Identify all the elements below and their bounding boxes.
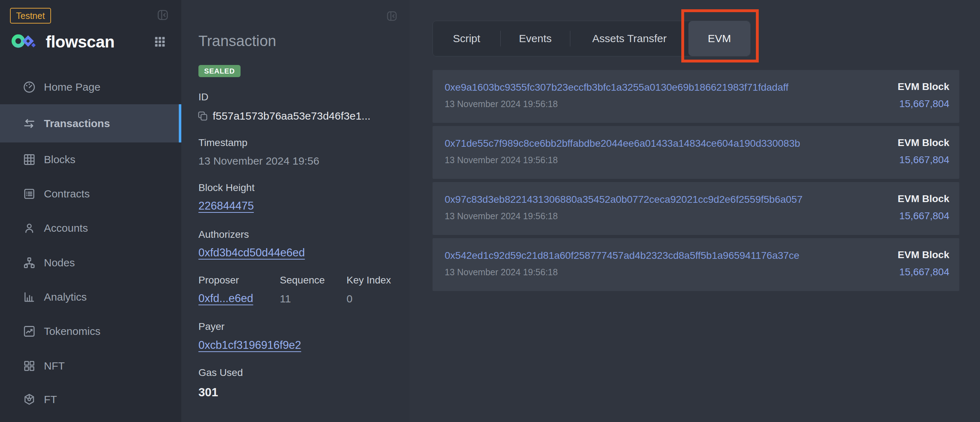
proposer-label: Proposer [199, 275, 239, 286]
red-highlight-annotation [681, 9, 759, 62]
sidebar-item-transactions[interactable]: Transactions [0, 104, 181, 142]
status-badge: SEALED [199, 65, 240, 77]
evm-transaction-row[interactable]: 0xe9a1603bc9355fc307b23eccfb3bfc1a3255a0… [433, 70, 959, 123]
timestamp-value: 13 November 2024 19:56 [199, 155, 320, 167]
sidebar-item-label: FT [44, 393, 57, 406]
sidebar-item-ft[interactable]: FT [0, 382, 181, 417]
panel-collapse-icon[interactable] [386, 10, 398, 24]
evm-tx-hash-link[interactable]: 0x542ed1c92d59c21d81a60f258777457ad4b232… [445, 250, 799, 261]
sidebar-item-label: Blocks [44, 153, 75, 166]
evm-tx-timestamp: 13 November 2024 19:56:18 [445, 211, 558, 221]
tab-assets-transfer[interactable]: Assets Transfer [570, 21, 689, 56]
sidebar-item-label: Home Page [44, 81, 100, 93]
block-height-link[interactable]: 226844475 [199, 199, 254, 212]
evm-transaction-row[interactable]: 0x542ed1c92d59c21d81a60f258777457ad4b232… [433, 238, 959, 291]
gas-used-label: Gas Used [199, 367, 243, 379]
transaction-detail-panel: Transaction SEALED ID f557a1573b76aa53e7… [181, 0, 410, 422]
speedometer-icon [22, 80, 36, 94]
authorizer-address-link[interactable]: 0xfd3b4cd50d44e6ed [199, 246, 305, 259]
proposer-address-link[interactable]: 0xfd...e6ed [199, 292, 253, 305]
nodes-hierarchy-icon [22, 256, 36, 269]
apps-grid-icon[interactable] [153, 35, 166, 49]
sidebar-item-label: Analytics [44, 291, 87, 303]
sidebar-item-home-page[interactable]: Home Page [0, 70, 181, 104]
sidebar-item-contracts[interactable]: Contracts [0, 177, 181, 211]
key-index-label: Key Index [347, 275, 391, 286]
bar-chart-icon [22, 290, 36, 304]
evm-tx-timestamp: 13 November 2024 19:56:18 [445, 99, 558, 109]
evm-transaction-row[interactable]: 0x71de55c7f989c8ce6bb2bffabdbe2044ee6a01… [433, 126, 959, 179]
nft-squares-icon [22, 359, 36, 373]
transaction-id-value: f557a1573b76aa53e73d46f3e1... [213, 110, 371, 122]
key-index-value: 0 [347, 293, 353, 305]
sidebar-item-analytics[interactable]: Analytics [0, 280, 181, 314]
evm-tx-timestamp: 13 November 2024 19:56:18 [445, 267, 558, 277]
sidebar-item-label: Accounts [44, 222, 88, 234]
evm-transaction-row[interactable]: 0x97c83d3eb8221431306880a35452a0b0772cec… [433, 182, 959, 235]
blocks-grid-icon [22, 153, 36, 166]
sidebar-collapse-icon[interactable] [156, 9, 169, 23]
sidebar-item-label: NFT [44, 360, 65, 372]
tab-events[interactable]: Events [501, 21, 570, 56]
authorizers-label: Authorizers [199, 229, 249, 240]
sequence-value: 11 [280, 293, 291, 305]
tab-script[interactable]: Script [433, 21, 500, 56]
trend-chart-icon [22, 325, 36, 338]
evm-block-label: EVM Block [897, 137, 949, 148]
sidebar-item-label: Tokenomics [44, 325, 100, 338]
brand-row[interactable]: flowscan [10, 31, 115, 53]
sidebar-item-accounts[interactable]: Accounts [0, 211, 181, 245]
flowscan-logo [10, 31, 38, 53]
evm-block-label: EVM Block [897, 81, 949, 92]
payer-label: Payer [199, 321, 224, 333]
brand-name: flowscan [46, 32, 115, 51]
evm-block-number-link[interactable]: 15,667,804 [899, 266, 949, 278]
evm-block-number-link[interactable]: 15,667,804 [899, 154, 949, 166]
gas-used-value: 301 [199, 385, 218, 399]
sidebar: Testnet [0, 0, 181, 422]
evm-tx-hash-link[interactable]: 0x71de55c7f989c8ce6bb2bffabdbe2044ee6a01… [445, 138, 800, 149]
sequence-label: Sequence [280, 275, 325, 286]
sidebar-item-label: Transactions [44, 118, 110, 130]
sidebar-item-label: Contracts [44, 188, 89, 200]
id-label: ID [199, 91, 208, 103]
evm-tx-timestamp: 13 November 2024 19:56:18 [445, 155, 558, 165]
sidebar-item-label: Nodes [44, 257, 75, 269]
flowscan-app: Testnet [0, 0, 980, 422]
evm-block-number-link[interactable]: 15,667,804 [899, 210, 949, 222]
transaction-id-row: f557a1573b76aa53e73d46f3e1... [197, 110, 371, 122]
sidebar-item-nodes[interactable]: Nodes [0, 246, 181, 280]
evm-block-number-link[interactable]: 15,667,804 [899, 98, 949, 110]
contract-document-icon [22, 187, 36, 201]
payer-address-link[interactable]: 0xcb1cf3196916f9e2 [199, 339, 301, 352]
page-title: Transaction [199, 32, 276, 49]
transfer-arrows-icon [22, 117, 36, 130]
copy-icon[interactable] [197, 110, 208, 122]
timestamp-label: Timestamp [199, 137, 247, 148]
evm-tx-hash-link[interactable]: 0xe9a1603bc9355fc307b23eccfb3bfc1a3255a0… [445, 82, 788, 93]
sidebar-item-nft[interactable]: NFT [0, 349, 181, 383]
evm-tx-hash-link[interactable]: 0x97c83d3eb8221431306880a35452a0b0772cec… [445, 194, 803, 205]
sidebar-item-blocks[interactable]: Blocks [0, 142, 181, 177]
evm-block-label: EVM Block [897, 249, 949, 261]
evm-block-label: EVM Block [897, 193, 949, 205]
person-icon [22, 221, 36, 235]
block-height-label: Block Height [199, 182, 255, 194]
network-badge: Testnet [10, 8, 51, 24]
token-cube-icon [22, 393, 36, 406]
sidebar-item-tokenomics[interactable]: Tokenomics [0, 314, 181, 349]
